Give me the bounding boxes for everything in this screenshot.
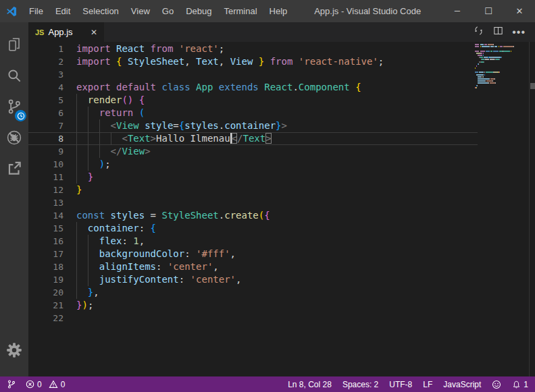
code-line[interactable]: 21}); <box>28 299 478 312</box>
line-number[interactable]: 14 <box>28 209 76 222</box>
code-line[interactable]: 3 <box>28 68 478 81</box>
indent-guide <box>76 286 77 299</box>
line-number[interactable]: 3 <box>28 68 76 81</box>
code-line[interactable]: 17 backgroundColor: '#fff', <box>28 248 478 260</box>
tab-bar: JS App.js ✕ <box>28 22 535 42</box>
menu-file[interactable]: File <box>23 0 49 22</box>
line-number[interactable]: 5 <box>28 94 76 107</box>
indent-guide <box>88 158 88 171</box>
javascript-file-icon: JS <box>35 28 44 36</box>
code-text: import React from 'react'; <box>76 43 224 55</box>
git-branch-icon[interactable] <box>7 379 16 389</box>
split-editor-icon[interactable] <box>492 25 504 39</box>
code-line[interactable]: 11 } <box>28 171 478 184</box>
encoding-setting[interactable]: UTF-8 <box>389 380 412 389</box>
line-number[interactable]: 9 <box>28 145 76 158</box>
open-changes-icon[interactable] <box>473 25 484 39</box>
code-line[interactable]: 8 <Text>Hallo Ilmenau</Text> <box>28 132 478 145</box>
line-number[interactable]: 22 <box>28 312 76 325</box>
indent-guide <box>88 260 88 273</box>
warning-icon <box>49 380 58 389</box>
line-number[interactable]: 10 <box>28 158 76 171</box>
indentation-setting[interactable]: Spaces: 2 <box>342 380 378 389</box>
menu-selection[interactable]: Selection <box>76 0 124 22</box>
line-number[interactable]: 7 <box>28 119 76 132</box>
minimap[interactable] <box>475 44 519 91</box>
status-bar: 0 0 Ln 8, Col 28 Spaces: 2 UTF-8 LF Java… <box>0 376 535 392</box>
more-actions-icon[interactable]: ••• <box>512 29 526 36</box>
eol-setting[interactable]: LF <box>423 380 432 389</box>
code-line[interactable]: 5 render() { <box>28 94 478 107</box>
window-title: App.js - Visual Studio Code <box>293 6 442 16</box>
indent-guide <box>76 119 77 132</box>
code-line[interactable]: 1import React from 'react'; <box>28 43 478 55</box>
notifications-bell[interactable]: 1 <box>512 380 528 389</box>
menu-view[interactable]: View <box>125 0 156 22</box>
problems-indicator[interactable]: 0 0 <box>26 380 65 389</box>
line-number[interactable]: 1 <box>28 43 76 55</box>
code-line[interactable]: 6 return ( <box>28 107 478 119</box>
code-line[interactable]: 22 <box>28 312 478 325</box>
line-number[interactable]: 12 <box>28 184 76 196</box>
indent-guide <box>76 94 77 107</box>
extensions-icon[interactable] <box>0 153 28 184</box>
line-number[interactable]: 6 <box>28 107 76 119</box>
code-line[interactable]: 18 alignItems: 'center', <box>28 260 478 273</box>
code-lines: 1import React from 'react';2import { Sty… <box>28 43 478 325</box>
line-number[interactable]: 20 <box>28 286 76 299</box>
line-number[interactable]: 17 <box>28 248 76 260</box>
line-number[interactable]: 15 <box>28 222 76 235</box>
menu-debug[interactable]: Debug <box>180 0 218 22</box>
code-line[interactable]: 15 container: { <box>28 222 478 235</box>
minimize-button[interactable]: ─ <box>442 0 473 22</box>
settings-gear-icon[interactable] <box>0 335 28 366</box>
code-line[interactable]: 7 <View style={styles.container}> <box>28 119 478 132</box>
code-line[interactable]: 9 </View> <box>28 145 478 158</box>
maximize-button[interactable]: ☐ <box>473 0 504 22</box>
debug-icon[interactable] <box>0 122 28 153</box>
line-number[interactable]: 18 <box>28 260 76 273</box>
error-count: 0 <box>37 380 42 389</box>
code-line[interactable]: 13 <box>28 196 478 209</box>
line-number[interactable]: 16 <box>28 235 76 248</box>
tab-close-icon[interactable]: ✕ <box>91 28 97 37</box>
menu-go[interactable]: Go <box>156 0 180 22</box>
tab-appjs[interactable]: JS App.js ✕ <box>28 22 104 42</box>
indent-guide <box>76 248 77 260</box>
indent-guide <box>76 132 77 145</box>
code-line[interactable]: 14const styles = StyleSheet.create({ <box>28 209 478 222</box>
cursor-position[interactable]: Ln 8, Col 28 <box>288 380 332 389</box>
code-text: } <box>76 171 93 184</box>
code-line[interactable]: 12} <box>28 184 478 196</box>
code-line[interactable]: 10 ); <box>28 158 478 171</box>
line-number[interactable]: 19 <box>28 273 76 286</box>
line-number[interactable]: 8 <box>28 132 76 145</box>
code-text: alignItems: 'center', <box>76 260 219 273</box>
search-icon[interactable] <box>0 60 28 91</box>
line-number[interactable]: 2 <box>28 55 76 68</box>
line-number[interactable]: 11 <box>28 171 76 184</box>
menu-help[interactable]: Help <box>263 0 294 22</box>
menu-edit[interactable]: Edit <box>49 0 76 22</box>
code-text: import { StyleSheet, Text, View } from '… <box>76 55 384 68</box>
code-line[interactable]: 20 }, <box>28 286 478 299</box>
explorer-icon[interactable] <box>0 29 28 60</box>
code-text: backgroundColor: '#fff', <box>76 248 236 260</box>
line-number[interactable]: 13 <box>28 196 76 209</box>
language-mode[interactable]: JavaScript <box>443 380 481 389</box>
title-bar: File Edit Selection View Go Debug Termin… <box>0 0 535 22</box>
code-editor[interactable]: 1import React from 'react';2import { Sty… <box>28 42 535 376</box>
tab-label: App.js <box>48 27 90 37</box>
indent-guide <box>111 132 111 145</box>
line-number[interactable]: 4 <box>28 81 76 94</box>
code-line[interactable]: 4export default class App extends React.… <box>28 81 478 94</box>
menu-terminal[interactable]: Terminal <box>218 0 263 22</box>
line-number[interactable]: 21 <box>28 299 76 312</box>
source-control-icon[interactable] <box>0 91 28 122</box>
code-line[interactable]: 19 justifyContent: 'center', <box>28 273 478 286</box>
feedback-smiley-icon[interactable] <box>492 380 501 389</box>
close-button[interactable]: ✕ <box>504 0 535 22</box>
code-line[interactable]: 16 flex: 1, <box>28 235 478 248</box>
indent-guide <box>88 273 88 286</box>
code-line[interactable]: 2import { StyleSheet, Text, View } from … <box>28 55 478 68</box>
